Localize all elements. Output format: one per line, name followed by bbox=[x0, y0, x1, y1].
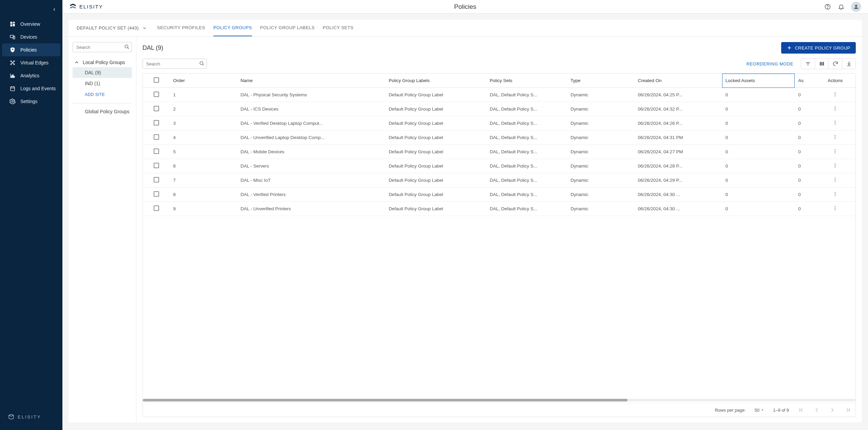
sidebar-footer-brand: ELISITY bbox=[0, 414, 62, 430]
row-checkbox[interactable] bbox=[154, 149, 159, 154]
tab-security-profiles[interactable]: SECURITY PROFILES bbox=[157, 20, 205, 36]
cell-locked: 0 bbox=[722, 159, 795, 173]
cell-created: 06/26/2024, 04:31 PM bbox=[635, 131, 722, 145]
row-checkbox[interactable] bbox=[154, 177, 159, 182]
col-as[interactable]: As bbox=[795, 74, 815, 88]
shield-icon bbox=[9, 47, 16, 53]
row-checkbox[interactable] bbox=[154, 191, 159, 197]
search-icon bbox=[199, 60, 205, 66]
table-row[interactable]: 3 DAL - Verified Desktop Laptop Comput..… bbox=[143, 116, 855, 131]
col-created[interactable]: Created On bbox=[635, 74, 722, 88]
scrollbar-thumb[interactable] bbox=[143, 399, 628, 402]
row-actions-menu[interactable] bbox=[832, 163, 838, 168]
table-row[interactable]: 5 DAL - Mobile Devices Default Policy Gr… bbox=[143, 145, 855, 159]
cell-type: Dynamic bbox=[567, 131, 635, 145]
col-sets[interactable]: Policy Sets bbox=[486, 74, 567, 88]
svg-point-58 bbox=[835, 163, 835, 164]
brand-text-header: ELISITY bbox=[79, 4, 103, 9]
sidebar-collapse-button[interactable] bbox=[50, 5, 59, 14]
local-policy-groups-header[interactable]: Local Policy Groups bbox=[73, 58, 132, 67]
col-labels[interactable]: Policy Group Labels bbox=[385, 74, 486, 88]
page-first-button[interactable] bbox=[798, 407, 805, 413]
cell-name: DAL - Unverified Laptop Desktop Comp... bbox=[237, 131, 385, 145]
create-policy-group-button[interactable]: CREATE POLICY GROUP bbox=[781, 42, 856, 54]
notifications-button[interactable] bbox=[837, 3, 845, 11]
tab-policy-sets[interactable]: POLICY SETS bbox=[323, 20, 354, 36]
row-actions-menu[interactable] bbox=[832, 206, 838, 211]
sidebar-item-virtual-edges[interactable]: Virtual Edges bbox=[0, 56, 62, 69]
more-vert-icon bbox=[832, 149, 838, 154]
rows-per-page-select[interactable]: 50 bbox=[755, 408, 764, 413]
cell-as: 0 bbox=[795, 88, 815, 102]
chevron-right-icon bbox=[829, 407, 836, 413]
cell-type: Dynamic bbox=[567, 159, 635, 173]
row-checkbox[interactable] bbox=[154, 206, 159, 211]
tab-policy-groups[interactable]: POLICY GROUPS bbox=[213, 20, 252, 36]
table-row[interactable]: 2 DAL - ICS Devices Default Policy Group… bbox=[143, 102, 855, 116]
row-actions-menu[interactable] bbox=[832, 92, 838, 97]
table-row[interactable]: 1 DAL - Physical Security Systems Defaul… bbox=[143, 88, 855, 102]
sidebar-item-settings[interactable]: Settings bbox=[0, 95, 62, 108]
page-prev-button[interactable] bbox=[813, 407, 820, 413]
col-locked-assets[interactable]: Locked Assets bbox=[722, 74, 795, 88]
global-policy-groups-item[interactable]: Global Policy Groups bbox=[73, 106, 132, 117]
sidebar-item-devices[interactable]: Devices bbox=[0, 31, 62, 43]
select-all-checkbox[interactable] bbox=[154, 77, 159, 83]
row-actions-menu[interactable] bbox=[832, 120, 838, 125]
filter-icon bbox=[805, 61, 811, 67]
help-button[interactable] bbox=[824, 3, 831, 11]
svg-point-63 bbox=[835, 181, 835, 181]
columns-button[interactable] bbox=[815, 59, 828, 69]
row-actions-menu[interactable] bbox=[832, 106, 838, 111]
table-row[interactable]: 6 DAL - Servers Default Policy Group Lab… bbox=[143, 159, 855, 173]
row-checkbox[interactable] bbox=[154, 120, 159, 125]
sidebar-item-overview[interactable]: Overview bbox=[0, 18, 62, 31]
tab-policy-group-labels[interactable]: POLICY GROUP LABELS bbox=[260, 20, 315, 36]
add-site-button[interactable]: ADD SITE bbox=[73, 89, 132, 100]
table-row[interactable]: 8 DAL - Verified Printers Default Policy… bbox=[143, 188, 855, 202]
help-icon bbox=[824, 3, 831, 10]
cell-as: 0 bbox=[795, 145, 815, 159]
cell-order: 9 bbox=[170, 202, 237, 216]
row-checkbox[interactable] bbox=[154, 106, 159, 111]
cell-as: 0 bbox=[795, 102, 815, 116]
plus-icon bbox=[787, 45, 792, 51]
right-pane-title: DAL (9) bbox=[142, 44, 163, 52]
site-item-ind[interactable]: IND (1) bbox=[73, 78, 132, 89]
svg-rect-3 bbox=[10, 24, 12, 26]
sidebar-item-analytics[interactable]: Analytics bbox=[0, 69, 62, 82]
policy-set-selector[interactable]: DEFAULT POLICY SET (443) bbox=[73, 25, 150, 31]
svg-point-67 bbox=[835, 206, 835, 207]
row-actions-menu[interactable] bbox=[832, 149, 838, 154]
sidebar-item-label: Settings bbox=[20, 99, 38, 104]
cell-created: 06/26/2024, 04:26 P... bbox=[635, 116, 722, 131]
row-actions-menu[interactable] bbox=[832, 134, 838, 140]
col-order[interactable]: Order bbox=[170, 74, 237, 88]
sidebar-item-policies[interactable]: Policies bbox=[2, 43, 60, 56]
sidebar-search-input[interactable] bbox=[73, 42, 132, 52]
page-last-button[interactable] bbox=[845, 407, 851, 413]
col-type[interactable]: Type bbox=[567, 74, 635, 88]
download-button[interactable] bbox=[842, 59, 855, 69]
table-row[interactable]: 9 DAL - Unverified Printers Default Poli… bbox=[143, 202, 855, 216]
row-checkbox[interactable] bbox=[154, 163, 159, 168]
reordering-mode-button[interactable]: REORDERING MODE bbox=[743, 61, 797, 66]
table-scroll[interactable]: Order Name Policy Group Labels Policy Se… bbox=[143, 74, 855, 397]
page-next-button[interactable] bbox=[829, 407, 836, 413]
table-row[interactable]: 4 DAL - Unverified Laptop Desktop Comp..… bbox=[143, 131, 855, 145]
table-row[interactable]: 7 DAL - Misc IoT Default Policy Group La… bbox=[143, 173, 855, 188]
refresh-button[interactable] bbox=[828, 59, 842, 69]
row-actions-menu[interactable] bbox=[832, 177, 838, 182]
filter-button[interactable] bbox=[801, 59, 815, 69]
sidebar-search bbox=[73, 42, 132, 52]
col-name[interactable]: Name bbox=[237, 74, 385, 88]
user-avatar[interactable] bbox=[851, 2, 861, 12]
horizontal-scrollbar[interactable] bbox=[143, 399, 855, 402]
sidebar-item-logs-and-events[interactable]: Logs and Events bbox=[0, 82, 62, 95]
row-checkbox[interactable] bbox=[154, 134, 159, 140]
svg-point-6 bbox=[12, 49, 13, 50]
site-item-dal[interactable]: DAL (9) bbox=[73, 67, 132, 78]
row-checkbox[interactable] bbox=[154, 92, 159, 97]
table-search-input[interactable] bbox=[142, 59, 207, 69]
row-actions-menu[interactable] bbox=[832, 191, 838, 197]
